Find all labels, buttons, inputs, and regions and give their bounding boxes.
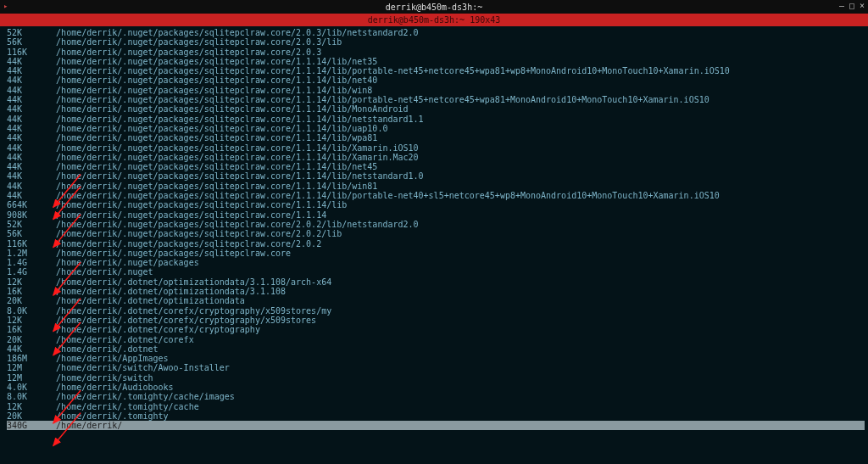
output-row: 1.4G /home/derrik/.nuget — [7, 267, 865, 277]
output-row: 56K /home/derrik/.nuget/packages/sqlitep… — [7, 229, 865, 238]
path-value: /home/derrik/.tomighty/cache/images — [56, 392, 235, 401]
path-value: /home/derrik/.nuget/packages/sqlitepclra… — [56, 200, 347, 210]
path-value: /home/derrik/.nuget/packages/sqlitepclra… — [56, 191, 720, 200]
size-value: 44K — [7, 57, 36, 66]
output-row: 116K /home/derrik/.nuget/packages/sqlite… — [7, 48, 865, 57]
output-row: 44K /home/derrik/.nuget/packages/sqlitep… — [7, 182, 865, 191]
path-value: /home/derrik/.dotnet/corefx — [56, 335, 194, 344]
path-value: /home/derrik/.nuget/packages/sqlitepclra… — [56, 48, 321, 57]
close-button[interactable]: × — [860, 1, 865, 10]
size-value: 908K — [7, 210, 36, 220]
path-value: /home/derrik/.nuget/packages/sqlitepclra… — [56, 28, 418, 37]
path-value: /home/derrik/.nuget/packages/sqlitepclra… — [56, 210, 326, 220]
output-row: 8.0K /home/derrik/.tomighty/cache/images — [7, 392, 865, 401]
size-value: 44K — [7, 182, 36, 191]
size-value: 1.4G — [7, 258, 36, 267]
output-row: 20K /home/derrik/.dotnet/corefx — [7, 335, 865, 344]
size-value: 116K — [7, 239, 36, 249]
terminal-output[interactable]: 52K /home/derrik/.nuget/packages/sqlitep… — [0, 26, 868, 464]
size-value: 44K — [7, 75, 36, 85]
titlebar[interactable]: ▸ derrik@b450m-ds3h:~ — □ × — [0, 0, 868, 14]
size-value: 1.2M — [7, 249, 36, 258]
path-value: /home/derrik/.dotnet — [56, 344, 158, 354]
path-value: /home/derrik/.nuget/packages/sqlitepclra… — [56, 239, 321, 249]
path-value: /home/derrik/.nuget — [56, 267, 153, 277]
path-value: /home/derrik/.nuget/packages/sqlitepclra… — [56, 229, 342, 238]
output-row: 12M /home/derrik/switch — [7, 373, 865, 383]
output-row: 186M /home/derrik/AppImages — [7, 354, 865, 363]
path-value: /home/derrik/.dotnet/optimizationdata/3.… — [56, 287, 286, 296]
output-row: 44K /home/derrik/.nuget/packages/sqlitep… — [7, 57, 865, 66]
maximize-button[interactable]: □ — [849, 1, 854, 10]
size-value: 20K — [7, 335, 36, 344]
output-row: 8.0K /home/derrik/.dotnet/corefx/cryptog… — [7, 306, 865, 316]
size-value: 44K — [7, 115, 36, 124]
output-row: 52K /home/derrik/.nuget/packages/sqlitep… — [7, 28, 865, 37]
size-value: 44K — [7, 162, 36, 171]
output-row: 44K /home/derrik/.nuget/packages/sqlitep… — [7, 104, 865, 114]
size-value: 44K — [7, 133, 36, 143]
output-row: 44K /home/derrik/.nuget/packages/sqlitep… — [7, 75, 865, 85]
path-value: /home/derrik/.nuget/packages/sqlitepclra… — [56, 249, 291, 258]
output-row: 44K /home/derrik/.nuget/packages/sqlitep… — [7, 171, 865, 181]
size-value: 186M — [7, 354, 36, 363]
size-value: 12M — [7, 363, 36, 372]
size-value: 44K — [7, 191, 36, 200]
output-row: 44K /home/derrik/.nuget/packages/sqlitep… — [7, 95, 865, 104]
path-value: /home/derrik/.nuget/packages/sqlitepclra… — [56, 86, 372, 95]
output-row: 12M /home/derrik/switch/Awoo-Installer — [7, 363, 865, 372]
size-value: 44K — [7, 104, 36, 114]
path-value: /home/derrik/.tomighty — [56, 411, 168, 421]
path-value: /home/derrik/.nuget/packages/sqlitepclra… — [56, 133, 377, 143]
size-value: 12M — [7, 373, 36, 383]
size-value: 20K — [7, 411, 36, 421]
output-row: 44K /home/derrik/.dotnet — [7, 344, 865, 354]
tab-title: derrik@b450m-ds3h:~ 190x43 — [368, 15, 501, 25]
path-value: /home/derrik/Audiobooks — [56, 383, 173, 392]
path-value: /home/derrik/.dotnet/optimizationdata/3.… — [56, 277, 331, 287]
size-value: 44K — [7, 124, 36, 133]
output-row: 44K /home/derrik/.nuget/packages/sqlitep… — [7, 162, 865, 171]
path-value: /home/derrik/.tomighty/cache — [56, 402, 199, 411]
output-row: 20K /home/derrik/.dotnet/optimizationdat… — [7, 296, 865, 305]
size-value: 20K — [7, 296, 36, 305]
path-value: /home/derrik/.nuget/packages/sqlitepclra… — [56, 37, 342, 47]
size-value: 12K — [7, 316, 36, 325]
path-value: /home/derrik/.nuget/packages/sqlitepclra… — [56, 171, 423, 181]
size-value: 52K — [7, 220, 36, 229]
window-controls: — □ × — [839, 1, 865, 10]
output-row: 116K /home/derrik/.nuget/packages/sqlite… — [7, 239, 865, 249]
output-row: 44K /home/derrik/.nuget/packages/sqlitep… — [7, 124, 865, 133]
size-value: 16K — [7, 325, 36, 334]
output-row: 44K /home/derrik/.nuget/packages/sqlitep… — [7, 115, 865, 124]
output-row: 44K /home/derrik/.nuget/packages/sqlitep… — [7, 143, 865, 153]
size-value: 44K — [7, 86, 36, 95]
output-row: 56K /home/derrik/.nuget/packages/sqlitep… — [7, 37, 865, 47]
size-value: 12K — [7, 277, 36, 287]
path-value: /home/derrik/.nuget/packages/sqlitepclra… — [56, 75, 377, 85]
size-value: 44K — [7, 143, 36, 153]
path-value: /home/derrik/.nuget/packages/sqlitepclra… — [56, 124, 387, 133]
app-icon: ▸ — [3, 2, 8, 10]
size-value: 12K — [7, 402, 36, 411]
output-row: 908K /home/derrik/.nuget/packages/sqlite… — [7, 210, 865, 220]
size-value: 56K — [7, 229, 36, 238]
size-value: 8.0K — [7, 306, 36, 316]
output-row: 20K /home/derrik/.tomighty — [7, 411, 865, 421]
path-value: /home/derrik/.nuget/packages — [56, 258, 199, 267]
path-value: /home/derrik/.dotnet/corefx/cryptography — [56, 325, 260, 334]
path-value: /home/derrik/switch — [56, 373, 153, 383]
output-row: 1.2M /home/derrik/.nuget/packages/sqlite… — [7, 249, 865, 258]
size-value: 8.0K — [7, 392, 36, 401]
output-row: 44K /home/derrik/.nuget/packages/sqlitep… — [7, 191, 865, 200]
output-row: 1.4G /home/derrik/.nuget/packages — [7, 258, 865, 267]
output-row: 12K /home/derrik/.tomighty/cache — [7, 402, 865, 411]
size-value: 44K — [7, 344, 36, 354]
size-value: 664K — [7, 200, 36, 210]
output-row: 16K /home/derrik/.dotnet/corefx/cryptogr… — [7, 325, 865, 334]
output-row: 44K /home/derrik/.nuget/packages/sqlitep… — [7, 153, 865, 162]
path-value: /home/derrik/.nuget/packages/sqlitepclra… — [56, 153, 418, 162]
minimize-button[interactable]: — — [839, 1, 844, 10]
window-title: derrik@b450m-ds3h:~ — [386, 3, 482, 12]
tab-bar[interactable]: derrik@b450m-ds3h:~ 190x43 — [0, 14, 868, 26]
